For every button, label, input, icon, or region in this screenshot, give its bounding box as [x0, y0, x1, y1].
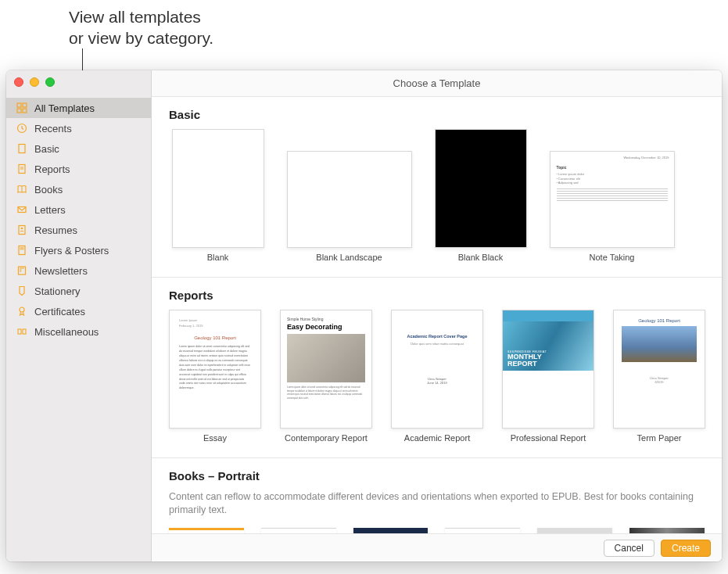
- template-book[interactable]: [629, 528, 705, 533]
- sidebar-item-letters[interactable]: Letters: [6, 199, 151, 220]
- template-book[interactable]: [261, 528, 336, 533]
- newsletter-icon: [16, 264, 28, 277]
- section-heading: Books – Portrait: [152, 469, 722, 490]
- svg-rect-20: [18, 329, 21, 334]
- sidebar-item-newsletters[interactable]: Newsletters: [6, 260, 151, 281]
- svg-point-12: [21, 228, 23, 230]
- template-thumbnail: Simple Home Styling Easy Decorating Lore…: [280, 310, 372, 429]
- main-panel: Choose a Template Basic Blank Blank Land…: [152, 70, 722, 561]
- sidebar: All Templates Recents Basic Reports Book…: [6, 70, 152, 561]
- letter-icon: [16, 203, 28, 216]
- stationery-icon: [16, 285, 28, 297]
- sidebar-item-label: All Templates: [34, 102, 95, 114]
- window-title: Choose a Template: [152, 70, 722, 97]
- template-label: Academic Report: [404, 433, 470, 443]
- grid-icon: [16, 102, 28, 114]
- sidebar-item-label: Stationery: [34, 285, 81, 297]
- sidebar-item-label: Newsletters: [34, 265, 88, 277]
- sidebar-item-label: Resumes: [34, 224, 77, 236]
- section-basic: Basic Blank Blank Landscape Blank Black: [152, 97, 722, 278]
- sidebar-item-basic[interactable]: Basic: [6, 138, 151, 159]
- sidebar-item-reports[interactable]: Reports: [6, 159, 151, 179]
- thumb-title: Easy Decorating: [287, 323, 365, 331]
- svg-rect-5: [19, 145, 25, 153]
- svg-rect-21: [23, 329, 26, 334]
- template-thumbnail: Lorem IpsumFebruary 1, 2019 Geology 101 …: [169, 310, 261, 429]
- cancel-button[interactable]: Cancel: [604, 540, 654, 557]
- template-essay[interactable]: Lorem IpsumFebruary 1, 2019 Geology 101 …: [169, 310, 261, 443]
- sidebar-item-books[interactable]: Books: [6, 179, 151, 199]
- template-note-taking[interactable]: Wednesday, December 10, 2019 Topic • Lor…: [548, 129, 676, 263]
- template-book[interactable]: [169, 528, 244, 533]
- close-icon[interactable]: [14, 77, 23, 87]
- template-professional-report[interactable]: SUSPENDISSE FEUGIATMONTHLYREPORT Profess…: [502, 310, 594, 443]
- book-icon: [16, 183, 28, 196]
- template-label: Blank Landscape: [316, 253, 382, 263]
- thumb-title: MONTHLYREPORT: [507, 353, 542, 368]
- template-thumbnail: [172, 129, 264, 248]
- sidebar-item-recents[interactable]: Recents: [6, 118, 151, 138]
- svg-rect-14: [20, 247, 24, 250]
- thumb-title: Academic Report Cover Page: [401, 334, 473, 339]
- sidebar-item-stationery[interactable]: Stationery: [6, 281, 151, 301]
- template-label: Blank: [207, 253, 229, 263]
- thumb-date: Wednesday, December 10, 2019: [550, 152, 674, 160]
- resume-icon: [16, 224, 28, 236]
- template-book[interactable]: [537, 528, 612, 533]
- thumb-title: Geology 101 Report: [179, 334, 251, 342]
- svg-rect-1: [23, 103, 27, 107]
- section-heading: Basic: [152, 108, 722, 129]
- template-book[interactable]: [353, 528, 429, 533]
- template-label: Term Paper: [637, 433, 682, 443]
- sidebar-item-label: Flyers & Posters: [34, 245, 109, 257]
- certificate-icon: [16, 305, 28, 317]
- section-reports: Reports Lorem IpsumFebruary 1, 2019 Geol…: [152, 278, 722, 458]
- report-icon: [16, 163, 28, 175]
- section-heading: Reports: [152, 289, 722, 310]
- template-blank[interactable]: Blank: [169, 129, 267, 263]
- sidebar-item-label: Reports: [34, 163, 70, 175]
- template-thumbnail: Wednesday, December 10, 2019 Topic • Lor…: [550, 151, 675, 248]
- sidebar-item-label: Certificates: [34, 306, 85, 317]
- section-books: Books – Portrait Content can reflow to a…: [152, 458, 722, 533]
- template-thumbnail: Geology 101 Report Urna Semper6/5/19: [613, 310, 705, 429]
- sidebar-item-certificates[interactable]: Certificates: [6, 301, 151, 321]
- template-academic-report[interactable]: Academic Report Cover Page Dolor quis se…: [391, 310, 483, 443]
- template-book[interactable]: [445, 528, 520, 533]
- template-label: Professional Report: [511, 433, 586, 443]
- template-blank-landscape[interactable]: Blank Landscape: [285, 129, 413, 263]
- misc-icon: [16, 325, 28, 338]
- sidebar-item-resumes[interactable]: Resumes: [6, 220, 151, 240]
- template-contemporary-report[interactable]: Simple Home Styling Easy Decorating Lore…: [280, 310, 372, 443]
- sidebar-item-flyers[interactable]: Flyers & Posters: [6, 240, 151, 260]
- window-controls: [6, 70, 151, 93]
- template-thumbnail: [287, 151, 412, 248]
- create-button[interactable]: Create: [661, 540, 711, 557]
- template-thumbnail: SUSPENDISSE FEUGIATMONTHLYREPORT: [502, 310, 594, 429]
- template-term-paper[interactable]: Geology 101 Report Urna Semper6/5/19 Ter…: [613, 310, 705, 443]
- sidebar-list: All Templates Recents Basic Reports Book…: [6, 93, 151, 346]
- thumb-subtitle: Simple Home Styling: [287, 317, 365, 321]
- svg-point-19: [20, 307, 24, 312]
- page-icon: [16, 142, 28, 155]
- template-blank-black[interactable]: Blank Black: [432, 129, 529, 263]
- annotation-callout: View all templates or view by category.: [69, 6, 213, 49]
- minimize-icon[interactable]: [30, 77, 39, 87]
- zoom-icon[interactable]: [45, 77, 55, 87]
- sidebar-item-all-templates[interactable]: All Templates: [6, 98, 151, 118]
- svg-rect-2: [17, 109, 21, 113]
- template-grid[interactable]: Basic Blank Blank Landscape Blank Black: [152, 97, 722, 533]
- template-chooser-window: All Templates Recents Basic Reports Book…: [6, 70, 722, 561]
- sidebar-item-label: Books: [34, 184, 63, 196]
- template-label: Contemporary Report: [285, 433, 368, 443]
- sidebar-item-label: Basic: [34, 143, 59, 155]
- svg-rect-11: [19, 226, 25, 235]
- template-label: Note Taking: [590, 253, 635, 263]
- flyer-icon: [16, 244, 28, 257]
- sidebar-item-miscellaneous[interactable]: Miscellaneous: [6, 321, 151, 342]
- sidebar-item-label: Miscellaneous: [34, 326, 99, 338]
- sidebar-item-label: Letters: [34, 204, 66, 216]
- thumb-title: Geology 101 Report: [622, 318, 697, 323]
- template-label: Essay: [203, 433, 227, 443]
- template-thumbnail: Academic Report Cover Page Dolor quis se…: [391, 310, 483, 429]
